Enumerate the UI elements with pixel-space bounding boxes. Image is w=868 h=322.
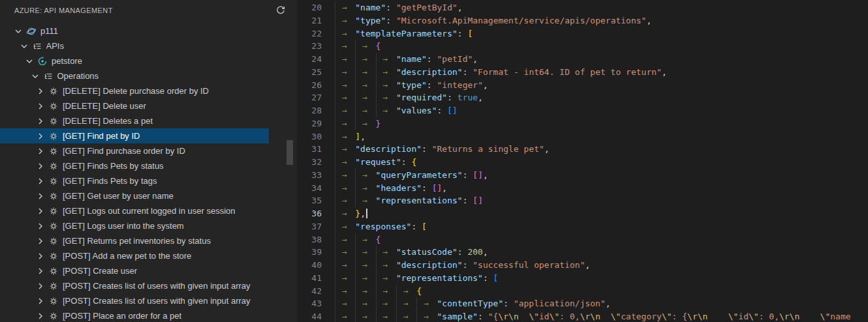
tree-item-p111[interactable]: p111: [0, 23, 269, 38]
code-line[interactable]: 34→→"headers": [],: [297, 182, 868, 195]
tree-item-post-creates-list-of-users-with-given-input-array[interactable]: [POST] Creates list of users with given …: [0, 278, 269, 293]
tree-item-get-find-pet-by-id[interactable]: [GET] Find pet by ID: [0, 128, 269, 143]
line-number[interactable]: 42: [297, 285, 322, 298]
tree-item-delete-delete-user[interactable]: [DELETE] Delete user: [0, 98, 269, 113]
line-number[interactable]: 34: [297, 182, 322, 195]
line-number[interactable]: 41: [297, 272, 322, 285]
tree-item-get-get-user-by-user-name[interactable]: [GET] Get user by user name: [0, 188, 269, 203]
tree-item-apis[interactable]: APIs: [0, 38, 269, 53]
chevron-right-icon[interactable]: [35, 146, 46, 156]
code-line[interactable]: 21→"type": "Microsoft.ApiManagement/serv…: [297, 14, 868, 27]
code-text[interactable]: →"description": "Returns a single pet",: [335, 143, 550, 156]
code-line[interactable]: 42→→→→{: [297, 285, 868, 298]
tree-item-post-place-an-order-for-a-pet[interactable]: [POST] Place an order for a pet: [0, 308, 269, 322]
line-number[interactable]: 21: [297, 14, 322, 27]
code-line[interactable]: 24→→→"name": "petId",: [297, 53, 868, 66]
code-line[interactable]: 29→→}: [297, 117, 868, 130]
code-line[interactable]: 39→→→"statusCode": 200,: [297, 246, 868, 259]
chevron-right-icon[interactable]: [35, 116, 46, 126]
line-number[interactable]: 32: [297, 156, 322, 169]
line-number[interactable]: 26: [297, 79, 322, 92]
tree-item-delete-deletes-a-pet[interactable]: [DELETE] Deletes a pet: [0, 113, 269, 128]
code-line[interactable]: 41→→→"representations": [: [297, 272, 868, 285]
code-line[interactable]: 30→],: [297, 130, 868, 143]
tree-item-get-returns-pet-inventories-by-status[interactable]: [GET] Returns pet inventories by status: [0, 233, 269, 248]
code-line[interactable]: 36→},: [297, 207, 868, 220]
line-number[interactable]: 44: [297, 310, 322, 322]
line-number[interactable]: 33: [297, 169, 322, 182]
line-number[interactable]: 43: [297, 297, 322, 310]
code-line[interactable]: 44→→→→→"sample": "{\r\n \"id\": 0,\r\n \…: [297, 310, 868, 322]
tree-item-operations[interactable]: Operations: [0, 68, 269, 83]
code-line[interactable]: 40→→→"description": "successful operatio…: [297, 259, 868, 272]
code-line[interactable]: 25→→→"description": "Format - int64. ID …: [297, 66, 868, 79]
chevron-right-icon[interactable]: [35, 266, 46, 276]
tree-item-get-find-purchase-order-by-id[interactable]: [GET] Find purchase order by ID: [0, 143, 269, 158]
code-line[interactable]: 33→→"queryParameters": [],: [297, 169, 868, 182]
chevron-down-icon[interactable]: [13, 26, 23, 37]
line-number[interactable]: 40: [297, 259, 322, 272]
code-text[interactable]: →→→"type": "integer",: [335, 79, 488, 92]
tree-item-get-finds-pets-by-tags[interactable]: [GET] Finds Pets by tags: [0, 173, 269, 188]
code-text[interactable]: →"type": "Microsoft.ApiManagement/servic…: [335, 14, 651, 27]
code-text[interactable]: →→{: [335, 40, 380, 53]
chevron-right-icon[interactable]: [35, 206, 46, 216]
line-number[interactable]: 35: [297, 194, 322, 207]
code-text[interactable]: →→→"representations": [: [335, 272, 498, 285]
code-line[interactable]: 23→→{: [297, 40, 868, 53]
line-number[interactable]: 27: [297, 91, 322, 104]
chevron-right-icon[interactable]: [35, 176, 46, 186]
code-text[interactable]: →→"representations": []: [335, 194, 483, 207]
chevron-right-icon[interactable]: [35, 281, 46, 291]
code-line[interactable]: 38→→{: [297, 233, 868, 246]
line-number[interactable]: 29: [297, 117, 322, 130]
code-text[interactable]: →→→"statusCode": 200,: [335, 246, 488, 259]
line-number[interactable]: 38: [297, 233, 322, 246]
code-text[interactable]: →→→→→"contentType": "application/json",: [335, 297, 611, 310]
line-number[interactable]: 24: [297, 53, 322, 66]
chevron-down-icon[interactable]: [19, 41, 29, 51]
chevron-down-icon[interactable]: [30, 71, 40, 81]
line-number[interactable]: 22: [297, 27, 322, 40]
code-line[interactable]: 26→→→"type": "integer",: [297, 79, 868, 92]
line-number[interactable]: 30: [297, 130, 322, 143]
chevron-right-icon[interactable]: [35, 221, 46, 231]
code-text[interactable]: →"name": "getPetById",: [335, 1, 463, 14]
line-number[interactable]: 36: [297, 207, 322, 220]
chevron-right-icon[interactable]: [35, 236, 46, 246]
code-text[interactable]: →→→"name": "petId",: [335, 53, 478, 66]
chevron-right-icon[interactable]: [35, 131, 46, 141]
line-number[interactable]: 25: [297, 66, 322, 79]
code-text[interactable]: →→"queryParameters": [],: [335, 169, 488, 182]
chevron-down-icon[interactable]: [24, 56, 35, 66]
tree-item-get-finds-pets-by-status[interactable]: [GET] Finds Pets by status: [0, 158, 269, 173]
code-line[interactable]: 27→→→"required": true,: [297, 91, 868, 104]
line-number[interactable]: 39: [297, 246, 322, 259]
code-text[interactable]: →"request": {: [335, 156, 416, 169]
code-line[interactable]: 20→"name": "getPetById",: [297, 1, 868, 14]
chevron-right-icon[interactable]: [35, 191, 46, 201]
code-text[interactable]: →→→→{: [335, 285, 422, 298]
code-text[interactable]: →],: [335, 130, 365, 143]
code-text[interactable]: →"templateParameters": [: [335, 27, 473, 40]
code-text[interactable]: →→{: [335, 233, 380, 246]
tree-item-get-logs-out-current-logged-in-user-session[interactable]: [GET] Logs out current logged in user se…: [0, 203, 269, 218]
line-number[interactable]: 31: [297, 143, 322, 156]
chevron-right-icon[interactable]: [35, 296, 46, 306]
chevron-right-icon[interactable]: [35, 161, 46, 171]
line-number[interactable]: 20: [297, 1, 322, 14]
code-line[interactable]: 32→"request": {: [297, 156, 868, 169]
chevron-right-icon[interactable]: [35, 101, 46, 111]
tree-item-get-logs-user-into-the-system[interactable]: [GET] Logs user into the system: [0, 218, 269, 233]
code-line[interactable]: 22→"templateParameters": [: [297, 27, 868, 40]
code-text[interactable]: →→}: [335, 117, 380, 130]
tree-item-petstore[interactable]: petstore: [0, 53, 269, 68]
code-text[interactable]: →"responses": [: [335, 220, 427, 233]
tree-item-post-add-a-new-pet-to-the-store[interactable]: [POST] Add a new pet to the store: [0, 248, 269, 263]
code-text[interactable]: →→→"required": true,: [335, 91, 483, 104]
code-text[interactable]: →},: [335, 207, 367, 220]
tree-item-post-creates-list-of-users-with-given-input-array[interactable]: [POST] Creates list of users with given …: [0, 293, 269, 308]
refresh-icon[interactable]: [273, 3, 288, 18]
code-text[interactable]: →→"headers": [],: [335, 182, 447, 195]
code-line[interactable]: 31→"description": "Returns a single pet"…: [297, 143, 868, 156]
